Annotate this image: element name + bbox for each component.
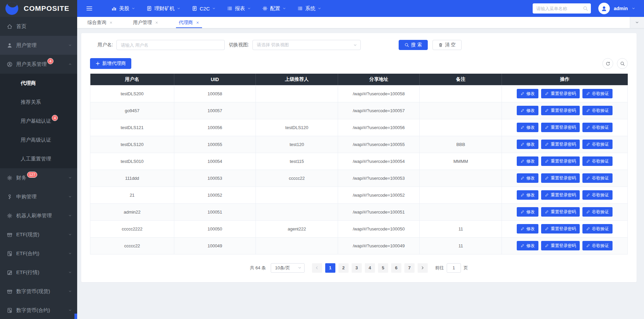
search-icon[interactable] xyxy=(583,6,588,11)
edit-button[interactable]: 修改 xyxy=(517,123,538,132)
close-icon[interactable] xyxy=(109,21,113,24)
cell-referrer: agent222 xyxy=(256,220,338,237)
cell-referrer xyxy=(256,203,338,220)
reset-password-button[interactable]: 重置登录密码 xyxy=(541,140,580,149)
edit-button[interactable]: 修改 xyxy=(517,190,538,200)
reset-password-button[interactable]: 重置登录密码 xyxy=(541,156,580,166)
sidebar-item-etf-contract[interactable]: ETF(合约) xyxy=(0,244,77,263)
google-auth-button[interactable]: 谷歌验证 xyxy=(582,207,613,217)
reset-password-button[interactable]: 重置登录密码 xyxy=(541,190,580,200)
chevron-down-icon xyxy=(68,176,72,179)
edit-button[interactable]: 修改 xyxy=(517,173,538,183)
chart-icon xyxy=(111,6,117,11)
page-button-2[interactable]: 2 xyxy=(338,263,349,273)
reset-password-button[interactable]: 重置登录密码 xyxy=(541,123,580,132)
prev-page-button[interactable] xyxy=(312,263,322,273)
google-auth-button[interactable]: 谷歌验证 xyxy=(582,190,613,200)
google-auth-button[interactable]: 谷歌验证 xyxy=(582,123,613,132)
chevron-down-icon[interactable] xyxy=(632,7,635,10)
cell-remark: MMMM xyxy=(420,153,502,170)
doc-gear-icon xyxy=(7,308,13,313)
sidebar-subitem-label: 人工重置管理 xyxy=(21,156,51,162)
avatar[interactable] xyxy=(598,3,610,14)
reset-password-button-label: 重置登录密码 xyxy=(551,108,576,114)
nav-item-wealth-mining[interactable]: 理财矿机 xyxy=(141,0,186,17)
sidebar-item-crypto-spot[interactable]: 数字货币(现货) xyxy=(0,282,77,301)
clear-button[interactable]: 清 空 xyxy=(432,40,462,50)
sidebar-item-robot-order-management[interactable]: 机器人刷单管理 xyxy=(0,206,77,225)
sidebar-item-home[interactable]: 首页 xyxy=(0,17,77,36)
edit-button[interactable]: 修改 xyxy=(517,106,538,115)
menu-search-input[interactable] xyxy=(533,3,591,14)
sidebar-scrollbar[interactable] xyxy=(74,314,77,319)
sidebar-item-user-relation-management[interactable]: 用户关系管理4 xyxy=(0,55,77,74)
tab-agent[interactable]: 代理商 xyxy=(176,17,202,28)
sidebar-item-label: 首页 xyxy=(16,23,26,30)
refresh-button[interactable] xyxy=(602,58,613,69)
sidebar-item-label: 机器人刷单管理 xyxy=(16,213,52,219)
page-button-4[interactable]: 4 xyxy=(365,263,375,273)
count-badge: 4 xyxy=(52,115,58,121)
tabs-overflow-button[interactable] xyxy=(630,17,644,28)
column-search-button[interactable] xyxy=(617,58,628,69)
edit-button[interactable]: 修改 xyxy=(517,241,538,250)
cell-referrer: test115 xyxy=(256,153,338,170)
chevron-down-icon xyxy=(68,44,72,47)
close-icon[interactable] xyxy=(155,21,158,24)
sidebar-item-user-management[interactable]: 用户管理 xyxy=(0,36,77,55)
hamburger-icon[interactable] xyxy=(86,5,93,12)
google-auth-button[interactable]: 谷歌验证 xyxy=(582,89,613,98)
nav-item-us-stock[interactable]: 美股 xyxy=(106,0,141,17)
edit-button[interactable]: 修改 xyxy=(517,207,538,217)
reset-password-button[interactable]: 重置登录密码 xyxy=(541,207,580,217)
view-switch-select[interactable]: 请选择 切换视图 xyxy=(252,40,361,50)
sidebar-item-subscription-management[interactable]: 申购管理 xyxy=(0,187,77,206)
nav-item-config[interactable]: 配置 xyxy=(257,0,292,17)
edit-button[interactable]: 修改 xyxy=(517,224,538,234)
sidebar-subitem-user-advanced-auth[interactable]: 用户高级认证 xyxy=(0,130,77,149)
add-agent-button[interactable]: 新增代理商 xyxy=(90,58,131,69)
tab-label: 代理商 xyxy=(179,20,193,26)
nav-item-system[interactable]: 系统 xyxy=(292,0,327,17)
page-button-1[interactable]: 1 xyxy=(325,263,335,273)
sidebar-item-finance[interactable]: 财务127 xyxy=(0,168,77,187)
page-button-7[interactable]: 7 xyxy=(404,263,415,273)
sidebar-item-etf-spot[interactable]: ETF(现货) xyxy=(0,225,77,244)
reset-password-button[interactable]: 重置登录密码 xyxy=(541,106,580,115)
google-auth-button[interactable]: 谷歌验证 xyxy=(582,106,613,115)
reset-password-button[interactable]: 重置登录密码 xyxy=(541,89,580,98)
goto-page-input[interactable] xyxy=(447,263,461,273)
close-icon[interactable] xyxy=(196,21,199,24)
google-auth-button[interactable]: 谷歌验证 xyxy=(582,241,613,250)
reset-password-button[interactable]: 重置登录密码 xyxy=(541,241,580,250)
sidebar-subitem-manual-reset[interactable]: 人工重置管理 xyxy=(0,149,77,168)
sidebar-subitem-user-basic-auth[interactable]: 用户基础认证4 xyxy=(0,112,77,130)
page-button-5[interactable]: 5 xyxy=(378,263,388,273)
sidebar-subitem-agent[interactable]: 代理商 xyxy=(0,74,77,93)
page-size-select[interactable]: 10条/页 xyxy=(271,263,305,273)
edit-button[interactable]: 修改 xyxy=(517,156,538,166)
tab-user-management[interactable]: 用户管理 xyxy=(130,17,161,28)
edit-button[interactable]: 修改 xyxy=(517,89,538,98)
search-button[interactable]: 搜 索 xyxy=(399,40,428,50)
username-label[interactable]: admin xyxy=(614,6,628,11)
google-auth-button[interactable]: 谷歌验证 xyxy=(582,140,613,149)
username-input[interactable] xyxy=(116,40,225,50)
sidebar-item-crypto-contract[interactable]: 数字货币(合约) xyxy=(0,301,77,319)
sidebar-item-label: 数字货币(现货) xyxy=(16,288,50,295)
nav-item-report[interactable]: 报表 xyxy=(221,0,257,17)
nav-item-c2c[interactable]: C2C xyxy=(186,0,221,17)
cell-username: testDLS200 xyxy=(90,85,174,102)
next-page-button[interactable] xyxy=(418,263,428,273)
google-auth-button[interactable]: 谷歌验证 xyxy=(582,224,613,234)
sidebar-subitem-referral-relation[interactable]: 推荐关系 xyxy=(0,93,77,112)
sidebar-item-etf-quote[interactable]: ETF(行情) xyxy=(0,263,77,282)
page-button-6[interactable]: 6 xyxy=(391,263,401,273)
tab-combined-query[interactable]: 综合查询 xyxy=(85,17,115,28)
reset-password-button[interactable]: 重置登录密码 xyxy=(541,173,580,183)
reset-password-button[interactable]: 重置登录密码 xyxy=(541,224,580,234)
page-button-3[interactable]: 3 xyxy=(352,263,362,273)
edit-button[interactable]: 修改 xyxy=(517,140,538,149)
google-auth-button[interactable]: 谷歌验证 xyxy=(582,173,613,183)
google-auth-button[interactable]: 谷歌验证 xyxy=(582,156,613,166)
